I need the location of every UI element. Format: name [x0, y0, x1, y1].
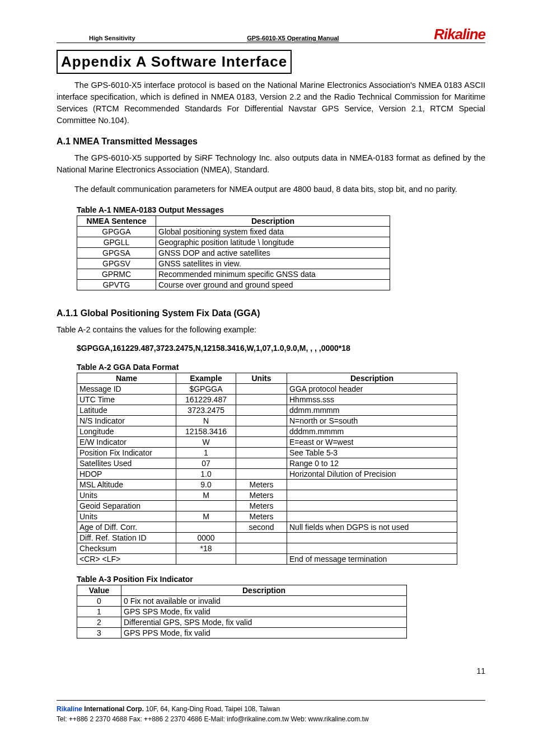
table-cell: GGA protocol header: [287, 384, 457, 395]
table-a1-caption: Table A-1 NMEA-0183 Output Messages: [77, 205, 485, 214]
table-cell: dddmm.mmmm: [287, 426, 457, 437]
header-left: High Sensitivity: [57, 35, 135, 41]
table-cell: 0000: [176, 533, 236, 543]
table-cell: [236, 437, 287, 448]
table-cell: N: [176, 416, 236, 426]
table-cell: Satellites Used: [77, 458, 176, 469]
table-row: Geoid SeparationMeters: [77, 501, 457, 511]
a1-paragraph-1: The GPS-6010-X5 supported by SiRF Techno…: [57, 152, 485, 176]
section-a1-heading: A.1 NMEA Transmitted Messages: [57, 137, 485, 147]
table-row: N/S IndicatorNN=north or S=south: [77, 416, 457, 426]
table-cell: M: [176, 511, 236, 522]
footer-line-1: Rikaline International Corp. 10F, 64, Ka…: [57, 704, 485, 714]
table-cell: Null fields when DGPS is not used: [287, 522, 457, 533]
table-row: Latitude3723.2475ddmm.mmmm: [77, 405, 457, 416]
table-cell: Message ID: [77, 384, 176, 395]
table-cell: Recommended minimum specific GNSS data: [156, 269, 390, 280]
table-cell: [287, 511, 457, 522]
table-cell: Geographic position latitude \ longitude: [156, 237, 390, 248]
table-cell: [236, 416, 287, 426]
table-cell: GPRMC: [77, 269, 156, 280]
table-row: Diff. Ref. Station ID0000: [77, 533, 457, 543]
table-cell: [236, 384, 287, 395]
table-row: 2Differential GPS, SPS Mode, fix valid: [77, 617, 407, 628]
footer-company: International Corp.: [84, 705, 144, 713]
table-row: UnitsMMeters: [77, 511, 457, 522]
table-row: GPGGAGlobal positioning system fixed dat…: [77, 227, 390, 237]
table-cell: 3: [77, 628, 121, 638]
table-cell: Diff. Ref. Station ID: [77, 533, 176, 543]
table-cell: N=north or S=south: [287, 416, 457, 426]
table-a3-header-0: Value: [77, 585, 121, 596]
table-cell: Longitude: [77, 426, 176, 437]
table-cell: 1: [176, 448, 236, 458]
table-row: <CR> <LF>End of message termination: [77, 554, 457, 565]
table-row: GPGSAGNSS DOP and active satellites: [77, 248, 390, 259]
brand-logo: Rikaline: [434, 27, 485, 41]
table-cell: GPGSV: [77, 259, 156, 269]
table-row: Longitude12158.3416dddmm.mmmm: [77, 426, 457, 437]
table-cell: 3723.2475: [176, 405, 236, 416]
table-cell: Meters: [236, 490, 287, 501]
table-row: 1GPS SPS Mode, fix valid: [77, 607, 407, 617]
table-a2-header-3: Description: [287, 373, 457, 384]
table-cell: Horizontal Dilution of Precision: [287, 469, 457, 480]
table-cell: 1.0: [176, 469, 236, 480]
table-a2-header-1: Example: [176, 373, 236, 384]
table-row: GPVTGCourse over ground and ground speed: [77, 280, 390, 290]
table-row: Checksum*18: [77, 543, 457, 554]
table-cell: [176, 522, 236, 533]
page-header: High Sensitivity GPS-6010-X5 Operating M…: [57, 27, 485, 43]
table-a1: NMEA Sentence Description GPGGAGlobal po…: [77, 215, 390, 290]
appendix-title: Appendix A Software Interface: [57, 50, 292, 74]
header-center: GPS-6010-X5 Operating Manual: [135, 35, 434, 41]
table-cell: Geoid Separation: [77, 501, 176, 511]
table-a3-caption: Table A-3 Position Fix Indicator: [77, 575, 485, 584]
table-cell: [287, 533, 457, 543]
table-cell: [176, 501, 236, 511]
table-cell: GPGLL: [77, 237, 156, 248]
table-cell: Range 0 to 12: [287, 458, 457, 469]
table-row: HDOP1.0Horizontal Dilution of Precision: [77, 469, 457, 480]
section-a11-heading: A.1.1 Global Positioning System Fix Data…: [57, 308, 485, 318]
table-cell: 1: [77, 607, 121, 617]
table-cell: Global positioning system fixed data: [156, 227, 390, 237]
table-cell: [176, 554, 236, 565]
table-cell: Units: [77, 511, 176, 522]
table-cell: [236, 426, 287, 437]
footer-line-2: Tel: ++886 2 2370 4688 Fax: ++886 2 2370…: [57, 714, 485, 724]
table-a2-header-0: Name: [77, 373, 176, 384]
table-row: Position Fix Indicator1See Table 5-3: [77, 448, 457, 458]
table-row: Satellites Used07Range 0 to 12: [77, 458, 457, 469]
table-row: 00 Fix not available or invalid: [77, 596, 407, 607]
table-cell: Course over ground and ground speed: [156, 280, 390, 290]
table-a1-header-1: Description: [156, 216, 390, 227]
table-cell: Units: [77, 490, 176, 501]
table-cell: GPS SPS Mode, fix valid: [121, 607, 407, 617]
table-cell: 07: [176, 458, 236, 469]
table-row: UTC Time161229.487Hhmmss.sss: [77, 395, 457, 405]
table-cell: $GPGGA: [176, 384, 236, 395]
table-cell: [287, 480, 457, 490]
table-row: Message ID$GPGGAGGA protocol header: [77, 384, 457, 395]
table-cell: E=east or W=west: [287, 437, 457, 448]
table-a1-header-0: NMEA Sentence: [77, 216, 156, 227]
table-cell: 12158.3416: [176, 426, 236, 437]
a11-paragraph-1: Table A-2 contains the values for the fo…: [57, 324, 485, 336]
intro-paragraph: The GPS-6010-X5 interface protocol is ba…: [57, 79, 485, 126]
table-cell: GPS PPS Mode, fix valid: [121, 628, 407, 638]
table-cell: GNSS DOP and active satellites: [156, 248, 390, 259]
table-cell: W: [176, 437, 236, 448]
footer-brand: Rikaline: [57, 705, 84, 713]
table-cell: Meters: [236, 480, 287, 490]
table-cell: Age of Diff. Corr.: [77, 522, 176, 533]
table-cell: UTC Time: [77, 395, 176, 405]
table-cell: [287, 490, 457, 501]
table-cell: [236, 469, 287, 480]
table-row: MSL Altitude9.0Meters: [77, 480, 457, 490]
table-cell: Latitude: [77, 405, 176, 416]
table-cell: Meters: [236, 501, 287, 511]
table-cell: Position Fix Indicator: [77, 448, 176, 458]
table-cell: MSL Altitude: [77, 480, 176, 490]
table-a2-caption: Table A-2 GGA Data Format: [77, 363, 485, 372]
